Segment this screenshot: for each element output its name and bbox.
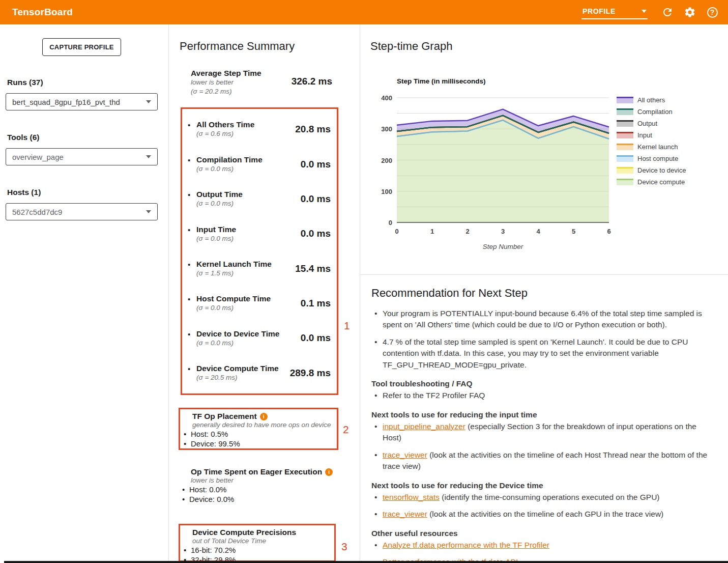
step-time-breakdown-box: •All Others Time(σ = 0.6 ms)20.8 ms•Comp…: [181, 107, 338, 395]
bullet-icon: •: [188, 295, 190, 303]
chevron-down-icon: [642, 10, 647, 13]
legend-swatch-icon: [617, 97, 633, 103]
legend-label: Kernel launch: [637, 143, 678, 151]
legend-label: Host compute: [637, 155, 678, 162]
legend-row: Kernel launch: [617, 143, 686, 151]
legend-row: Input: [617, 131, 686, 139]
chevron-down-icon: [146, 100, 151, 103]
recommendation-section-list: tensorflow_stats (identify the time-cons…: [371, 492, 718, 520]
annotation-2: 2: [343, 424, 349, 436]
stat-item: Host: 0.0%: [179, 485, 338, 494]
recommendation-title: Recommendation for Next Step: [371, 287, 718, 300]
tools-select[interactable]: overview_page: [6, 148, 158, 165]
legend-label: Output: [637, 120, 657, 127]
tool-link[interactable]: trace_viewer: [383, 451, 427, 459]
recommendation-item: Refer to the TF2 Profiler FAQ: [371, 390, 717, 401]
eager-execution-title: Op Time Spent on Eager Execution: [191, 467, 322, 476]
breakdown-value: 0.0 ms: [301, 228, 331, 239]
reload-button[interactable]: [660, 5, 675, 20]
runs-group: Runs (37) bert_squad_8gpu_fp16_pvt_thd: [6, 78, 158, 110]
hosts-select[interactable]: 5627c5dd7dc9: [6, 203, 158, 220]
app-header: TensorBoard PROFILE ?: [0, 0, 728, 24]
recommendation-bullet: Your program is POTENTIALLY input-bound …: [371, 308, 717, 331]
legend-row: Host compute: [617, 155, 686, 162]
recommendation-section-list: Refer to the TF2 Profiler FAQ: [371, 390, 718, 401]
header-actions: PROFILE ?: [581, 5, 720, 20]
eager-execution-sub: lower is better: [191, 476, 338, 484]
legend-swatch-icon: [617, 144, 633, 150]
stat-item: Device: 99.5%: [180, 439, 337, 448]
stat-item: 16-bit: 70.2%: [180, 545, 334, 555]
breakdown-value: 0.1 ms: [301, 298, 331, 309]
svg-text:400: 400: [381, 94, 392, 102]
gear-icon: [684, 6, 696, 18]
breakdown-value: 20.8 ms: [295, 124, 331, 135]
recommendation-item: Analyze tf.data performance with the TF …: [371, 540, 717, 551]
item-text: (identify the time-consuming operations …: [440, 493, 660, 501]
recommendation-section-heading: Next tools to use for reducing the Devic…: [371, 481, 718, 490]
tool-link[interactable]: Analyze tf.data performance with the TF …: [383, 541, 549, 549]
legend-row: Device compute: [617, 178, 686, 186]
breakdown-row: •Device Compute Time(σ = 20.5 ms)289.8 m…: [182, 364, 337, 382]
tools-label: Tools (6): [7, 133, 158, 142]
svg-text:100: 100: [381, 188, 392, 195]
info-icon[interactable]: i: [260, 413, 268, 420]
tensorboard-app: TensorBoard PROFILE ? CAPTURE PROFILE Ru…: [0, 0, 728, 563]
sidebar-divider: [168, 24, 169, 563]
legend-swatch-icon: [617, 132, 633, 138]
tool-link[interactable]: tensorflow_stats: [383, 493, 440, 501]
dashboard-selector[interactable]: PROFILE: [581, 5, 648, 19]
legend-swatch-icon: [617, 120, 633, 127]
item-text: (look at the activities on the timeline …: [427, 510, 663, 518]
recommendation-section-list: input_pipeline_analyzer (especially Sect…: [371, 421, 718, 472]
bullet-icon: •: [188, 121, 190, 129]
capture-profile-button[interactable]: CAPTURE PROFILE: [42, 38, 121, 56]
annotation-1: 1: [344, 320, 350, 332]
svg-text:3: 3: [501, 228, 505, 235]
tool-link[interactable]: trace_viewer: [383, 510, 427, 518]
tf-op-placement-list: Host: 0.5%Device: 99.5%: [180, 429, 337, 448]
legend-label: All others: [637, 96, 665, 104]
breakdown-row: •Output Time(σ = 0.0 ms)0.0 ms: [182, 190, 337, 208]
svg-text:Step Number: Step Number: [483, 243, 523, 250]
legend-label: Device compute: [637, 178, 685, 186]
breakdown-row: •Compilation Time(σ = 0.0 ms)0.0 ms: [182, 155, 337, 174]
stat-item: Device: 0.0%: [179, 494, 338, 504]
legend-row: Compilation: [617, 108, 686, 116]
recommendation-bullet: 4.7 % of the total step time sampled is …: [371, 336, 717, 371]
svg-text:4: 4: [536, 228, 540, 235]
runs-select[interactable]: bert_squad_8gpu_fp16_pvt_thd: [6, 93, 158, 110]
legend-row: All others: [617, 96, 686, 104]
svg-text:6: 6: [607, 228, 610, 235]
average-step-time: Average Step Time lower is better (σ = 2…: [191, 69, 332, 96]
legend-row: Output: [617, 120, 686, 127]
tools-select-value: overview_page: [12, 153, 64, 161]
tf-op-placement-sub: generally desired to have more ops on de…: [192, 421, 337, 429]
svg-text:1: 1: [430, 228, 434, 235]
svg-text:200: 200: [381, 157, 392, 164]
breakdown-value: 15.4 ms: [295, 263, 331, 274]
app-title: TensorBoard: [12, 7, 73, 18]
tools-group: Tools (6) overview_page: [6, 133, 158, 165]
bullet-icon: •: [188, 156, 190, 164]
legend-row: Device to device: [617, 166, 686, 174]
breakdown-value: 0.0 ms: [301, 332, 331, 344]
recommendation-section-heading: Next tools to use for reducing the input…: [371, 410, 718, 419]
tool-link[interactable]: input_pipeline_analyzer: [383, 422, 465, 431]
bullet-icon: •: [188, 226, 190, 234]
recommendation-sections: Tool troubleshooting / FAQRefer to the T…: [371, 379, 718, 563]
annotation-3: 3: [341, 541, 347, 553]
legend-label: Device to device: [637, 166, 686, 174]
reload-icon: [661, 6, 674, 18]
breakdown-row: •Input Time(σ = 0.0 ms)0.0 ms: [182, 225, 337, 243]
eager-execution-block: Op Time Spent on Eager Execution i lower…: [179, 467, 338, 504]
info-icon[interactable]: i: [325, 468, 333, 476]
eager-execution-list: Host: 0.0%Device: 0.0%: [179, 485, 338, 504]
recommendation-item: trace_viewer (look at the activities on …: [371, 449, 717, 472]
settings-button[interactable]: [682, 5, 697, 20]
device-precisions-sub: out of Total Device Time: [192, 537, 334, 545]
device-precisions-list: 16-bit: 70.2%32-bit: 29.8%: [180, 545, 334, 563]
help-button[interactable]: ?: [705, 5, 720, 20]
recommendation-panel: Recommendation for Next Step Your progra…: [360, 274, 725, 563]
step-time-graph-title: Step-time Graph: [370, 40, 452, 53]
